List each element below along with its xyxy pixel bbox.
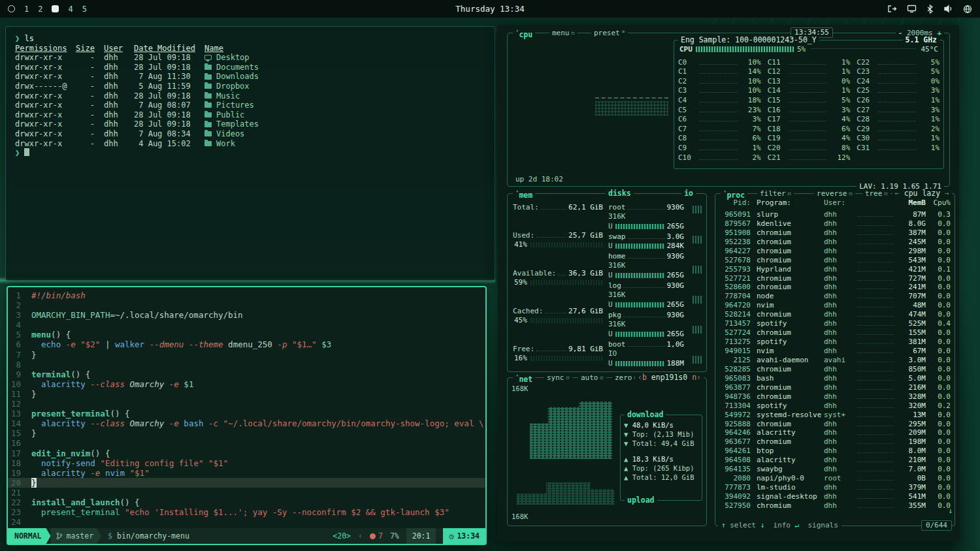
process-row[interactable]: 964227chromiumdhh298M0.0 xyxy=(719,246,951,255)
process-row[interactable]: 965091slurpdhh87M0.3 xyxy=(719,210,951,219)
process-row[interactable]: 951908chromiumdhh387M0.0 xyxy=(719,228,951,237)
code-line[interactable]: 11} xyxy=(8,389,485,399)
code-line[interactable]: 13present_terminal() { xyxy=(8,409,485,418)
code-line[interactable]: 6 echo -e "$2" | walker --dmenu --theme … xyxy=(8,339,485,349)
process-row[interactable]: 948736chromiumdhh328M0.0 xyxy=(719,392,951,401)
code-area[interactable]: 1#!/bin/bash23OMARCHY_BIN_PATH=~/.local/… xyxy=(8,287,485,528)
core-row: C261% xyxy=(857,95,939,104)
code-line[interactable]: 21 xyxy=(8,488,485,497)
process-row[interactable]: 528600chromiumdhh241M0.0 xyxy=(719,283,951,292)
core-row: C141% xyxy=(768,86,851,95)
network-panel: 'net sync▫ auto▫ zero▫ ‹b enp191s0 n› 16… xyxy=(507,377,707,526)
net-auto-toggle[interactable]: auto▫ xyxy=(578,373,606,383)
code-line[interactable]: 18 notify-send "Editing config file" "$1… xyxy=(8,458,485,468)
scroll-down-arrow[interactable]: ↓ xyxy=(948,507,953,515)
logout-icon[interactable] xyxy=(887,5,897,13)
process-row[interactable]: 952238chromiumdhh245M0.0 xyxy=(719,237,951,246)
workspace-4[interactable]: 4 xyxy=(68,5,73,14)
process-row[interactable]: 964508alacrittydhh210M0.0 xyxy=(719,455,951,464)
bluetooth-icon[interactable] xyxy=(926,5,934,14)
tree-toggle[interactable]: tree▫ xyxy=(862,189,890,198)
code-line[interactable]: 3OMARCHY_BIN_PATH=~/.local/share/omarchy… xyxy=(8,310,485,320)
code-line[interactable]: 23 present_terminal "echo 'Installing $1… xyxy=(8,507,485,517)
disk-used-meter xyxy=(615,273,664,278)
mem-stat: Cached:27,6 GiB45% xyxy=(513,306,603,325)
process-row[interactable]: 528214chromiumdhh474M0.0 xyxy=(719,309,951,319)
volume-icon[interactable] xyxy=(943,5,953,13)
process-row[interactable]: 713304spotifydhh320M0.2 xyxy=(719,401,951,410)
download-stats: ▼ 48,0 KiB/s▼ Top: (2,13 Mib)▼ Total: 49… xyxy=(624,420,698,449)
shell-command-line: ❯ ls xyxy=(15,34,485,44)
net-interface-selector[interactable]: ‹b enp191s0 n› xyxy=(635,373,704,383)
process-row[interactable]: 963877chromiumdhh216M0.0 xyxy=(719,383,951,392)
neovim-window[interactable]: 1#!/bin/bash23OMARCHY_BIN_PATH=~/.local/… xyxy=(7,286,487,545)
code-line[interactable]: 15} xyxy=(8,428,485,438)
process-row[interactable]: 713275spotifydhh381M0.0 xyxy=(719,337,951,346)
code-line[interactable]: 4 xyxy=(8,320,485,330)
code-line[interactable]: 7} xyxy=(8,350,485,360)
preset-button[interactable]: preset* xyxy=(591,28,628,38)
menu-button[interactable]: menu▫ xyxy=(549,28,578,38)
code-line[interactable]: 20} xyxy=(8,478,485,488)
process-row[interactable]: 965083bashdhh5.0M0.0 xyxy=(719,373,951,383)
process-row[interactable]: 2125avahi-daemonavahi3.0M0.0 xyxy=(719,355,951,364)
process-row[interactable]: 964720nvimdhh48M0.0 xyxy=(719,300,951,309)
process-table[interactable]: 965091slurpdhh87M0.3879567kdenlivedhh8.0… xyxy=(719,210,951,516)
launcher-icon[interactable] xyxy=(8,5,15,12)
process-row[interactable]: 778704nodedhh707M0.0 xyxy=(719,291,951,300)
process-row[interactable]: 777873lm-studiodhh379M0.0 xyxy=(719,482,951,492)
terminal-window[interactable]: ❯ ls Permissions Size User Date Modified… xyxy=(5,26,495,281)
code-line[interactable]: 22install_and_launch() { xyxy=(8,497,485,507)
process-row[interactable]: 527724chromiumdhh155M0.0 xyxy=(719,328,951,337)
code-line[interactable]: 16 xyxy=(8,438,485,448)
process-row[interactable]: 2080napi/phy0-0root0B0.0 xyxy=(719,473,951,482)
clock[interactable]: Thursday 13:34 xyxy=(455,4,524,14)
btop-window[interactable]: 'cpu menu▫ preset* 13:34:55 - 2000ms + E… xyxy=(498,25,959,542)
workspace-3-active[interactable] xyxy=(52,5,59,12)
workspace-1[interactable]: 1 xyxy=(24,5,29,14)
process-row[interactable]: 964261btopdhh8.0M0.0 xyxy=(719,446,951,455)
shell-prompt-line[interactable]: ❯ xyxy=(15,148,485,158)
workspace-5[interactable]: 5 xyxy=(82,5,87,14)
process-row[interactable]: 879567kdenlivedhh8.0G0.0 xyxy=(719,219,951,228)
core-row: C418% xyxy=(678,95,761,104)
git-changes: 7 xyxy=(370,531,383,541)
process-row[interactable]: 949015nvimdhh67M0.0 xyxy=(719,346,951,355)
io-title[interactable]: io xyxy=(681,189,696,198)
process-table-header[interactable]: Pid: Program: User: MemB Cpu% xyxy=(719,198,951,207)
code-line[interactable]: 24 xyxy=(8,517,485,527)
interval-minus-button[interactable]: - xyxy=(898,29,903,37)
display-icon[interactable] xyxy=(907,5,917,13)
net-sync-toggle[interactable]: sync▫ xyxy=(544,373,572,383)
process-row[interactable]: 527721chromiumdhh727M0.0 xyxy=(719,274,951,283)
code-line[interactable]: 10 alacritty --class Omarchy -e $1 xyxy=(8,379,485,389)
process-row[interactable]: 963677chromiumdhh198M0.0 xyxy=(719,437,951,446)
code-line[interactable]: 9terminal() { xyxy=(8,370,485,379)
disks-title[interactable]: disks xyxy=(606,189,634,198)
workspace-2[interactable]: 2 xyxy=(38,5,42,14)
process-row[interactable]: 527950chromiumdhh355M0.0 xyxy=(719,501,951,510)
code-line[interactable]: 12 xyxy=(8,399,485,409)
code-line[interactable]: 2 xyxy=(8,300,485,310)
filter-button[interactable]: filter▫ xyxy=(757,189,794,198)
code-line[interactable]: 17edit_in_nvim() { xyxy=(8,449,485,458)
process-row[interactable]: 528285chromiumdhh850M0.0 xyxy=(719,364,951,373)
code-line[interactable]: 5menu() { xyxy=(8,330,485,339)
process-row[interactable]: 394092signal-desktopdhh541M0.0 xyxy=(719,492,951,501)
process-row[interactable]: 925888chromiumdhh295M0.0 xyxy=(719,419,951,428)
code-line[interactable]: 8 xyxy=(8,360,485,370)
process-row[interactable]: 713457spotifydhh525M0.4 xyxy=(719,319,951,328)
process-row[interactable]: 527678chromiumdhh543M0.0 xyxy=(719,255,951,264)
process-row[interactable]: 964135swaybgdhh7.0M0.0 xyxy=(719,464,951,473)
process-row[interactable]: 549972systemd-resolvesyst+13M0.0 xyxy=(719,410,951,419)
proc-sort-selector[interactable]: ← cpu lazy → xyxy=(892,189,952,198)
disk-entry: swap3.0GU284K xyxy=(608,231,684,251)
code-line[interactable]: 14 alacritty --class Omarchy -e bash -c … xyxy=(8,418,485,428)
process-row[interactable]: 964246alacrittydhh209M0.0 xyxy=(719,428,951,437)
reverse-toggle[interactable]: reverse▫ xyxy=(814,189,855,198)
process-row[interactable]: 255793Hyprlanddhh421M0.1 xyxy=(719,264,951,274)
git-branch[interactable]: master xyxy=(51,528,102,544)
code-line[interactable]: 19 alacritty -e nvim "$1" xyxy=(8,468,485,478)
code-line[interactable]: 1#!/bin/bash xyxy=(8,291,485,300)
network-globe-icon[interactable] xyxy=(963,5,972,14)
